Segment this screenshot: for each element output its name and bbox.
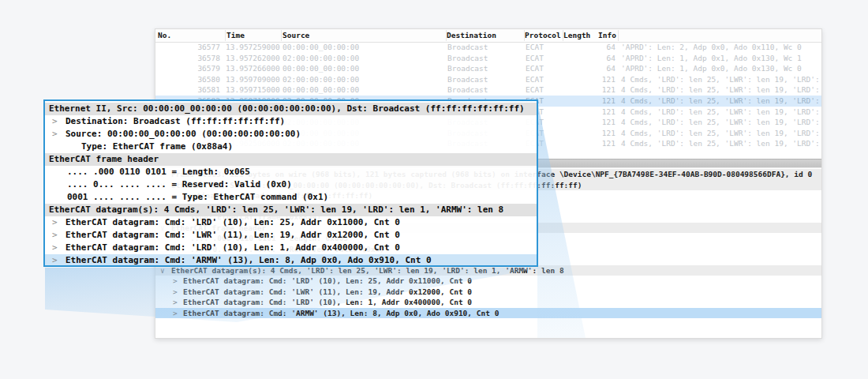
cell-source: 00:00:00_00:00:00 [281,84,446,96]
tree-row[interactable]: EtherCAT frame header [45,153,537,166]
tree-row[interactable]: >EtherCAT datagram: Cmd: 'LWR' (11), Len… [155,287,821,298]
cell-protocol: ECAT [524,53,563,64]
packet-row[interactable]: 3657913.95726600000:00:00_00:00:00Broadc… [155,63,821,74]
expander-collapsed-icon[interactable]: > [173,287,178,298]
expander-collapsed-icon[interactable]: > [52,115,58,128]
tree-row-text: EtherCAT datagram: Cmd: 'LWR' (11), Len:… [45,229,537,242]
packet-row[interactable]: 3657813.95726200002:00:00:00:00:00Broadc… [155,53,821,64]
tree-row[interactable]: Ethernet II, Src: 00:00:00_00:00:00 (00:… [45,103,537,115]
expander-collapsed-icon[interactable]: > [52,229,58,242]
tree-row-text: .... .000 0110 0101 = Length: 0x065 [45,166,537,178]
tree-row-text: EtherCAT frame header [45,153,537,166]
cell-destination: Broadcast [446,53,524,64]
cell-info: 4 Cmds, 'LRD': len 25, 'LWR': len 19, 'L… [618,107,821,118]
packet-row[interactable]: 3658113.95971500000:00:00_00:00:00Broadc… [155,84,821,96]
cell-protocol: ECAT [524,74,563,85]
packet-list-header: No.TimeSourceDestinationProtocolLengthIn… [155,29,821,43]
cell-source: 02:00:00:00:00:00 [281,53,446,64]
tree-row[interactable]: Type: EtherCAT frame (0x88a4) [45,141,537,153]
packet-row[interactable]: 3657713.95725900000:00:00_00:00:00Broadc… [155,42,821,53]
tree-row[interactable]: >EtherCAT datagram: Cmd: 'LWR' (11), Len… [45,229,537,242]
tree-row[interactable]: .... .000 0110 0101 = Length: 0x065 [45,166,537,178]
tree-row-text: Source: 00:00:00_00:00:00 (00:00:00:00:0… [45,128,537,141]
cell-protocol: ECAT [524,42,563,53]
cell-time: 13.957262000 [225,53,281,64]
tree-row-text: Destination: Broadcast (ff:ff:ff:ff:ff:f… [45,115,537,128]
cell-destination: Broadcast [446,63,524,74]
cell-length: 64 [563,63,618,74]
tree-row-text: EtherCAT datagram: Cmd: 'LWR' (11), Len:… [155,287,821,298]
tree-row-text: EtherCAT datagram: Cmd: 'LRD' (10), Len:… [45,216,537,229]
column-header-no[interactable]: No. [158,31,171,39]
cell-info: 4 Cmds, 'LRD': len 25, 'LWR': len 19, 'L… [618,84,821,96]
tree-row[interactable]: >EtherCAT datagram: Cmd: 'LRD' (10), Len… [45,242,537,254]
column-header-destination[interactable]: Destination [447,31,496,39]
tree-row[interactable]: >EtherCAT datagram: Cmd: 'LRD' (10), Len… [155,276,821,287]
cell-info: 4 Cmds, 'LRD': len 25, 'LWR': len 19, 'L… [618,74,821,85]
expander-collapsed-icon[interactable]: > [173,308,178,319]
cell-time: 13.959709000 [225,74,281,85]
cell-destination: Broadcast [446,42,524,53]
cell-destination: Broadcast [446,84,524,96]
cell-protocol: ECAT [524,84,563,96]
cell-no: 36580 [155,74,225,85]
tree-row[interactable]: >Destination: Broadcast (ff:ff:ff:ff:ff:… [45,115,537,128]
cell-time: 13.959715000 [225,84,281,96]
tree-row-text: Ethernet II, Src: 00:00:00_00:00:00 (00:… [45,103,537,115]
tree-row[interactable]: 0001 .... .... .... = Type: EtherCAT com… [45,191,537,204]
cell-length: 121 [563,117,618,128]
cell-no: 36577 [155,42,225,53]
column-separator [281,30,282,41]
cell-info: 4 Cmds, 'LRD': len 25, 'LWR': len 19, 'L… [618,138,821,149]
cell-destination: Broadcast [446,74,524,85]
expander-collapsed-icon[interactable]: > [173,297,178,308]
tree-row-text: EtherCAT datagram: Cmd: 'LRD' (10), Len:… [155,297,821,308]
tree-row-selected[interactable]: >EtherCAT datagram: Cmd: 'ARMW' (13), Le… [155,308,821,319]
column-separator [225,30,226,41]
page: No.TimeSourceDestinationProtocolLengthIn… [0,0,868,379]
cell-info: 'APRD': Len: 1, Adp 0x0, Ado 0x130, Wc 0 [618,63,821,74]
packet-row[interactable]: 3658013.95970900002:00:00:00:00:00Broadc… [155,74,821,85]
tree-row[interactable]: >EtherCAT datagram: Cmd: 'LRD' (10), Len… [45,216,537,229]
cell-source: 00:00:00_00:00:00 [281,42,446,53]
tree-row-text: EtherCAT datagram(s): 4 Cmds, 'LRD': len… [45,204,537,216]
tree-row-text: Type: EtherCAT frame (0x88a4) [45,141,537,153]
cell-length: 121 [563,128,618,139]
column-header-info[interactable]: Info [598,31,616,39]
tree-row-text: EtherCAT datagram: Cmd: 'LRD' (10), Len:… [155,276,821,287]
cell-length: 64 [563,42,618,53]
column-header-time[interactable]: Time [226,31,245,39]
expander-collapsed-icon[interactable]: > [52,216,58,229]
zoom-callout: Ethernet II, Src: 00:00:00_00:00:00 (00:… [43,99,538,267]
column-separator [618,30,619,41]
cell-info: 4 Cmds, 'LRD': len 25, 'LWR': len 19, 'L… [618,128,821,139]
cell-length: 121 [563,138,618,149]
expander-collapsed-icon[interactable]: > [173,276,178,287]
tree-row-text: EtherCAT datagram: Cmd: 'LRD' (10), Len:… [45,242,537,254]
cell-length: 121 [563,96,618,107]
column-header-protocol[interactable]: Protocol [525,31,561,39]
tree-row-selected[interactable]: >EtherCAT datagram: Cmd: 'ARMW' (13), Le… [45,254,537,267]
cell-time: 13.957266000 [225,63,281,74]
cell-length: 121 [563,107,618,118]
expander-collapsed-icon[interactable]: > [52,242,58,254]
tree-row[interactable]: .... 0... .... .... = Reserved: Valid (0… [45,178,537,191]
cell-source: 00:00:00_00:00:00 [281,63,446,74]
tree-row[interactable]: >EtherCAT datagram: Cmd: 'LRD' (10), Len… [155,297,821,308]
expander-collapsed-icon[interactable]: > [52,254,58,267]
cell-no: 36578 [155,53,225,64]
cell-length: 121 [563,74,618,85]
tree-row-text: .... 0... .... .... = Reserved: Valid (0… [45,178,537,191]
cell-info: 4 Cmds, 'LRD': len 25, 'LWR': len 19, 'L… [618,117,821,128]
cell-no: 36581 [155,84,225,96]
cell-time: 13.957259000 [225,42,281,53]
cell-source: 02:00:00:00:00:00 [281,74,446,85]
column-header-length[interactable]: Length [563,31,590,39]
column-header-source[interactable]: Source [282,31,309,39]
cell-no: 36579 [155,63,225,74]
expander-collapsed-icon[interactable]: > [52,128,58,141]
cell-info: 'APRD': Len: 2, Adp 0x0, Ado 0x110, Wc 0 [618,42,821,53]
tree-row-text: EtherCAT datagram: Cmd: 'ARMW' (13), Len… [45,254,537,267]
tree-row[interactable]: >Source: 00:00:00_00:00:00 (00:00:00:00:… [45,128,537,141]
tree-row[interactable]: EtherCAT datagram(s): 4 Cmds, 'LRD': len… [45,204,537,216]
